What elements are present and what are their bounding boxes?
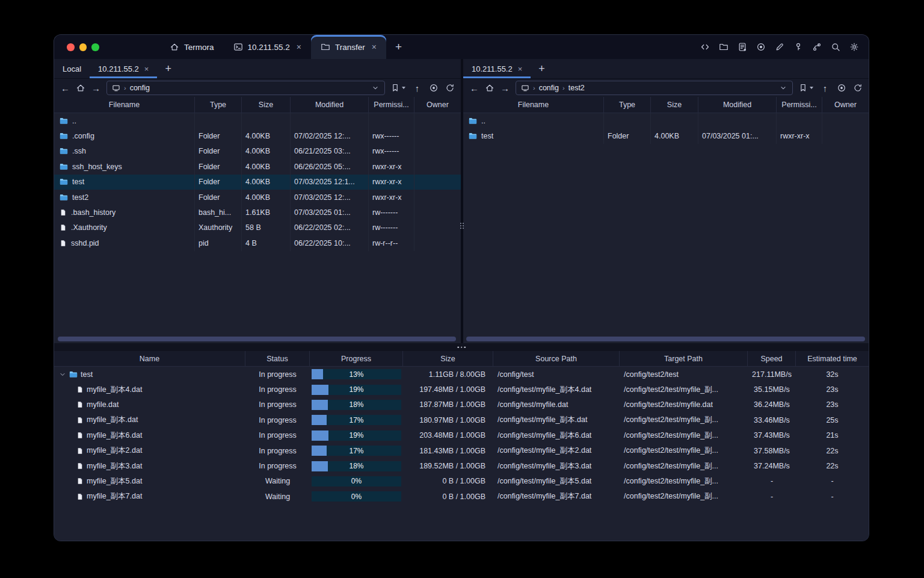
code-icon[interactable]	[700, 42, 710, 52]
transfer-row[interactable]: myfile_副本6.datIn progress19%203.48MB / 1…	[54, 428, 869, 443]
tab-termora[interactable]: Termora	[160, 35, 224, 59]
column-header-permissi[interactable]: Permissi...	[777, 97, 822, 113]
new-pane-tab-button[interactable]: +	[531, 59, 553, 78]
record-icon[interactable]	[756, 42, 766, 52]
file-row[interactable]: ssh_host_keysFolder4.00KB06/26/2025 05:.…	[54, 159, 461, 174]
refresh-icon[interactable]	[445, 83, 455, 93]
home-button[interactable]	[76, 83, 85, 93]
keychain-icon[interactable]	[812, 42, 822, 52]
file-row[interactable]: .XauthorityXauthority58 B06/22/2025 02:.…	[54, 220, 461, 235]
column-header-size[interactable]: Size	[403, 351, 493, 366]
transfer-row[interactable]: myfile_副本.datIn progress17%180.97MB / 1.…	[54, 412, 869, 427]
show-hidden-icon[interactable]	[429, 83, 439, 93]
transfer-row[interactable]: myfile_副本2.datIn progress17%181.43MB / 1…	[54, 443, 869, 458]
file-row[interactable]: sshd.pidpid4 B06/22/2025 10:...rw-r--r--	[54, 235, 461, 250]
file-icon	[76, 447, 84, 455]
column-header-filename[interactable]: Filename	[463, 97, 604, 113]
column-header-owner[interactable]: Owner	[414, 97, 461, 113]
cell-size: 187.87MB / 1.00GB	[403, 397, 493, 412]
breadcrumb-segment[interactable]: config	[539, 84, 559, 92]
folder-icon[interactable]	[719, 42, 728, 52]
path-breadcrumb[interactable]: ›config›test2	[516, 81, 793, 95]
bookmark-group[interactable]	[390, 83, 405, 93]
cell-type: Folder	[195, 190, 242, 205]
transfer-row[interactable]: myfile_副本5.datWaiting0%0 B / 1.00GB/conf…	[54, 474, 869, 489]
path-breadcrumb[interactable]: ›config	[106, 81, 385, 95]
bookmark-icon[interactable]	[798, 83, 808, 93]
forward-button[interactable]: →	[500, 84, 510, 93]
transfer-row[interactable]: myfile_副本7.datWaiting0%0 B / 1.00GB/conf…	[54, 489, 869, 504]
file-row[interactable]: .configFolder4.00KB07/02/2025 12:...rwx-…	[54, 128, 461, 143]
maximize-window-button[interactable]	[91, 43, 99, 51]
column-header-size[interactable]: Size	[651, 97, 698, 113]
log-icon[interactable]	[738, 42, 747, 52]
column-header-permissi[interactable]: Permissi...	[369, 97, 414, 113]
close-tab-icon[interactable]: ×	[372, 42, 377, 52]
column-header-filename[interactable]: Filename	[54, 97, 195, 113]
horizontal-splitter[interactable]	[54, 343, 869, 351]
column-header-progress[interactable]: Progress	[310, 351, 403, 366]
new-pane-tab-button[interactable]: +	[157, 59, 179, 78]
key-icon[interactable]	[793, 42, 803, 52]
cell-target-path: /config/test2/test/myfile_副...	[620, 412, 748, 427]
pane-tab-remote[interactable]: 10.211.55.2 ×	[463, 59, 531, 78]
pane-tab-local[interactable]: Local	[54, 59, 90, 78]
back-button[interactable]: ←	[469, 84, 479, 93]
folder-icon	[60, 147, 68, 155]
breadcrumb-segment[interactable]: test2	[568, 84, 585, 92]
bookmark-icon[interactable]	[390, 83, 400, 93]
file-row[interactable]: test2Folder4.00KB07/03/2025 12:...rwxr-x…	[54, 190, 461, 205]
column-header-sourcepath[interactable]: Source Path	[493, 351, 620, 366]
file-row[interactable]: testFolder4.00KB07/03/2025 01:...rwxr-xr…	[463, 128, 869, 143]
cell-modified: 06/26/2025 05:...	[291, 159, 369, 174]
upload-button[interactable]: ↑	[820, 84, 830, 93]
refresh-icon[interactable]	[853, 83, 863, 93]
show-hidden-icon[interactable]	[837, 83, 846, 93]
tab-ssh-session[interactable]: 10.211.55.2 ×	[224, 35, 312, 59]
file-row[interactable]: testFolder4.00KB07/03/2025 12:1...rwxr-x…	[54, 175, 461, 190]
file-row[interactable]: ..	[463, 113, 869, 128]
bookmark-caret-icon[interactable]	[810, 87, 813, 89]
column-header-speed[interactable]: Speed	[748, 351, 796, 366]
column-header-size[interactable]: Size	[242, 97, 291, 113]
transfer-row[interactable]: myfile_副本3.datIn progress18%189.52MB / 1…	[54, 458, 869, 473]
file-row[interactable]: .bash_historybash_hi...1.61KB07/03/2025 …	[54, 205, 461, 220]
close-tab-icon[interactable]: ×	[297, 42, 301, 52]
pane-tab-remote[interactable]: 10.211.55.2 ×	[90, 59, 157, 78]
settings-icon[interactable]	[849, 42, 859, 52]
transfer-row[interactable]: myfile.datIn progress18%187.87MB / 1.00G…	[54, 397, 869, 412]
column-header-type[interactable]: Type	[604, 97, 651, 113]
home-button[interactable]	[485, 83, 494, 93]
breadcrumb-segment[interactable]: config	[130, 84, 150, 92]
close-tab-icon[interactable]: ×	[518, 64, 523, 73]
scrollbar-thumb[interactable]	[466, 337, 865, 341]
forward-button[interactable]: →	[91, 84, 101, 93]
column-header-type[interactable]: Type	[195, 97, 242, 113]
vertical-splitter[interactable]	[461, 59, 463, 343]
upload-button[interactable]: ↑	[412, 84, 422, 93]
column-header-name[interactable]: Name	[54, 351, 245, 366]
file-row[interactable]: ..	[54, 113, 461, 128]
column-header-targetpath[interactable]: Target Path	[620, 351, 748, 366]
search-icon[interactable]	[831, 42, 840, 52]
transfer-row[interactable]: myfile_副本4.datIn progress19%197.48MB / 1…	[54, 382, 869, 397]
new-tab-button[interactable]: +	[386, 35, 411, 59]
column-header-modified[interactable]: Modified	[291, 97, 369, 113]
column-header-estimatedtime[interactable]: Estimated time	[796, 351, 869, 366]
bookmark-caret-icon[interactable]	[402, 87, 405, 89]
close-window-button[interactable]	[67, 43, 75, 51]
edit-icon[interactable]	[775, 42, 784, 52]
minimize-window-button[interactable]	[79, 43, 87, 51]
column-header-status[interactable]: Status	[245, 351, 310, 366]
back-button[interactable]: ←	[60, 84, 70, 93]
column-header-owner[interactable]: Owner	[822, 97, 869, 113]
transfer-row[interactable]: testIn progress13%1.11GB / 8.00GB/config…	[54, 367, 869, 382]
scrollbar-thumb[interactable]	[58, 337, 456, 341]
column-header-modified[interactable]: Modified	[698, 97, 777, 113]
close-tab-icon[interactable]: ×	[144, 64, 149, 73]
tab-transfer[interactable]: Transfer ×	[311, 35, 386, 59]
cell-status: In progress	[245, 367, 310, 382]
cell-permissions: rwxr-xr-x	[369, 159, 414, 174]
bookmark-group[interactable]	[798, 83, 813, 93]
file-row[interactable]: .sshFolder4.00KB06/21/2025 03:...rwx----…	[54, 144, 461, 159]
